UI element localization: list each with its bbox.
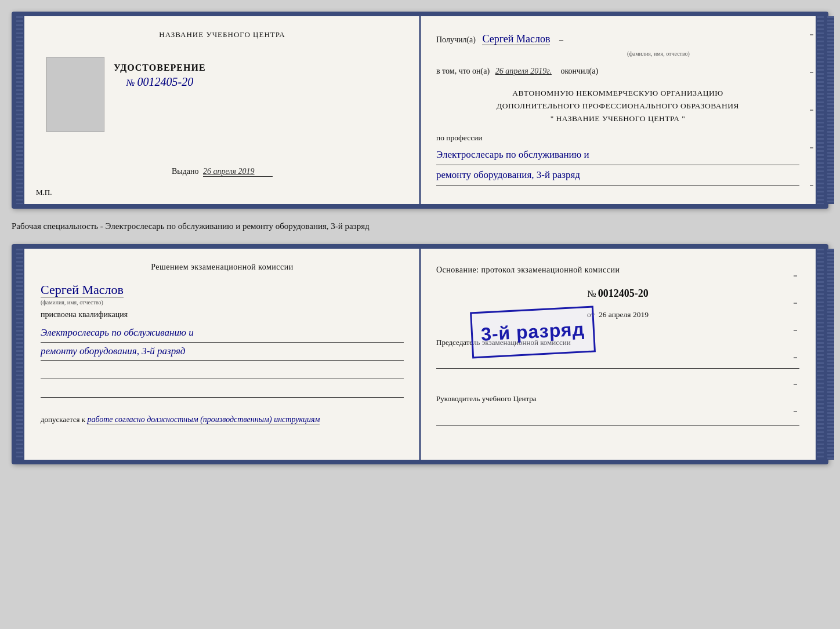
card1-left-panel: НАЗВАНИЕ УЧЕБНОГО ЦЕНТРА УДОСТОВЕРЕНИЕ №… [24, 16, 420, 204]
kvalif-line1: Электрослесарь по обслуживанию и [41, 324, 404, 343]
kvalif-line2: ремонту оборудования, 3-й разряд [41, 343, 404, 361]
certificate-card-1: НАЗВАНИЕ УЧЕБНОГО ЦЕНТРА УДОСТОВЕРЕНИЕ №… [12, 12, 828, 209]
card2-left-content: Решением экзаменационной комиссии Сергей… [41, 263, 404, 424]
profession-line2: ремонту оборудования, 3-й разряд [436, 165, 799, 186]
vydano-line: Выдано 26 апреля 2019 [172, 167, 273, 177]
rukovoditel-label: Руководитель учебного Центра [436, 392, 799, 405]
right-edge-marks-2 [792, 263, 798, 426]
profession-line1: Электрослесарь по обслуживанию и [436, 145, 799, 165]
resheniem-title: Решением экзаменационной комиссии [41, 263, 404, 272]
spine-left-2 [16, 249, 24, 460]
mp-label: М.П. [36, 188, 52, 197]
page-wrapper: НАЗВАНИЕ УЧЕБНОГО ЦЕНТРА УДОСТОВЕРЕНИЕ №… [12, 12, 828, 464]
udostoverenie-block: УДОСТОВЕРЕНИЕ № 0012405-20 [114, 63, 206, 89]
protocol-number: 0012405-20 [598, 288, 649, 299]
poluchil-row: Получил(а) Сергей Маслов – (фамилия, имя… [436, 30, 799, 59]
po-professii: по профессии Электрослесарь по обслужива… [436, 132, 799, 186]
spine-right-2 [816, 249, 824, 460]
card1-right-content: Получил(а) Сергей Маслов – (фамилия, имя… [436, 30, 799, 186]
certificate-card-2: Решением экзаменационной комиссии Сергей… [12, 244, 828, 464]
spine-right-1 [816, 16, 824, 204]
protocol-number-block: № 0012405-20 [436, 284, 799, 303]
stamp-text: 3-й разряд [480, 312, 586, 351]
right-edge-marks [809, 16, 814, 204]
number-value: 0012405-20 [137, 75, 194, 88]
training-center-title: НАЗВАНИЕ УЧЕБНОГО ЦЕНТРА [159, 30, 285, 39]
osnovanie-title: Основание: протокол экзаменационной коми… [436, 263, 799, 277]
udostoverenie-title: УДОСТОВЕРЕНИЕ [114, 63, 206, 73]
dopuskaetsya-block: допускается к работе согласно должностны… [41, 415, 404, 424]
spine-left [16, 16, 24, 204]
card2-right-content: Основание: протокол экзаменационной коми… [436, 263, 799, 426]
card2-person-name: Сергей Маслов [41, 282, 124, 297]
udostoverenie-number: № 0012405-20 [114, 75, 206, 89]
fio-label-card1: (фамилия, имя, отчество) [517, 49, 799, 59]
ot-date: 26 апреля 2019 [599, 310, 649, 319]
rukovoditel-signature-line [436, 408, 799, 426]
recipient-name: Сергей Маслов [482, 33, 550, 45]
avt-block: АВТОНОМНУЮ НЕКОММЕРЧЕСКУЮ ОРГАНИЗАЦИЮ ДО… [436, 87, 799, 125]
card2-right-panel: Основание: протокол экзаменационной коми… [420, 249, 816, 460]
stamp-overlay: 3-й разряд [470, 306, 596, 358]
fio-label-card2: (фамилия, имя, отчество) [41, 299, 103, 306]
vtom-row: в том, что он(а) 26 апреля 2019г. окончи… [436, 64, 799, 78]
vydano-date: 26 апреля 2019 [203, 167, 273, 177]
photo-placeholder [46, 57, 104, 132]
card1-right-panel: Получил(а) Сергей Маслов – (фамилия, имя… [420, 16, 816, 204]
dopusk-text: работе согласно должностным (производств… [87, 415, 320, 424]
prisvoena-label: присвоена квалификация [41, 310, 404, 319]
rukovoditel-block: Руководитель учебного Центра [436, 392, 799, 425]
card2-left-panel: Решением экзаменационной комиссии Сергей… [24, 249, 420, 460]
card1-left-content: НАЗВАНИЕ УЧЕБНОГО ЦЕНТРА УДОСТОВЕРЕНИЕ №… [41, 30, 404, 190]
vtom-date: 26 апреля 2019г. [495, 67, 552, 75]
person-name-block: Сергей Маслов (фамилия, имя, отчество) [41, 282, 404, 307]
between-label: Рабочая специальность - Электрослесарь п… [12, 219, 828, 234]
